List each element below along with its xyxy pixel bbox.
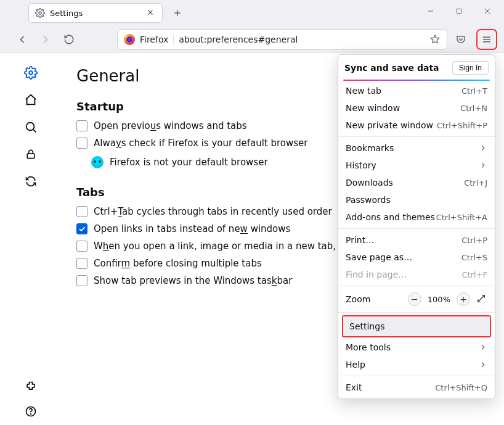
maximize-button[interactable] [445, 0, 473, 22]
label: Confirm before closing multiple tabs [94, 258, 262, 269]
menu-exit[interactable]: ExitCtrl+Shift+Q [338, 379, 495, 396]
label: Show tab previews in the Windows taskbar [94, 275, 292, 286]
menu-settings[interactable]: Settings [343, 316, 490, 336]
menu-zoom-row: Zoom − 100% + [338, 289, 495, 310]
menu-help[interactable]: Help [338, 356, 495, 373]
url-product: Firefox [140, 35, 168, 44]
svg-point-3 [26, 123, 35, 131]
label: Open previous windows and tabs [94, 120, 247, 131]
menu-downloads[interactable]: DownloadsCtrl+J [338, 174, 495, 191]
sync-title: Sync and save data [344, 63, 439, 73]
menu-bookmarks[interactable]: Bookmarks [338, 139, 495, 157]
checkbox-unchecked[interactable] [76, 258, 87, 269]
browser-tab[interactable]: Settings [28, 3, 163, 23]
nav-general-icon[interactable] [22, 64, 39, 81]
menu-separator [338, 312, 495, 313]
new-tab-button[interactable] [169, 4, 186, 22]
nav-rail [0, 53, 62, 425]
menu-history[interactable]: History [338, 157, 495, 174]
forward-button[interactable] [36, 30, 55, 49]
menu-sync-header: Sync and save data Sign In [338, 59, 495, 80]
label: Open links in tabs instead of new window… [94, 223, 290, 234]
menu-print[interactable]: Print…Ctrl+P [338, 231, 495, 249]
checkbox-unchecked[interactable] [76, 206, 87, 217]
label: Always check if Firefox is your default … [94, 138, 307, 149]
bookmark-star-icon[interactable] [429, 34, 441, 45]
menu-separator [338, 286, 495, 286]
sign-in-button[interactable]: Sign In [452, 61, 489, 75]
nav-sync-icon[interactable] [22, 173, 39, 190]
menu-new-tab[interactable]: New tabCtrl+T [338, 82, 495, 99]
close-window-button[interactable] [473, 0, 502, 22]
menu-passwords[interactable]: Passwords [338, 191, 495, 208]
firefox-logo-icon [124, 34, 135, 45]
not-default-text: Firefox is not your default browser [110, 157, 268, 168]
checkbox-unchecked[interactable] [76, 120, 87, 131]
checkbox-checked[interactable] [76, 223, 87, 234]
chevron-right-icon [479, 343, 487, 352]
toolbar: Firefox about:preferences#general [0, 26, 504, 53]
titlebar: Settings [0, 0, 504, 26]
tab-title: Settings [50, 9, 141, 18]
window-controls [417, 0, 502, 22]
checkbox-unchecked[interactable] [76, 275, 87, 286]
svg-rect-1 [457, 9, 461, 14]
nav-search-icon[interactable] [22, 118, 39, 136]
url-address: about:preferences#general [179, 35, 425, 44]
menu-more-tools[interactable]: More tools [338, 339, 495, 356]
nav-help-icon[interactable] [22, 403, 39, 420]
app-menu: Sync and save data Sign In New tabCtrl+T… [338, 54, 495, 399]
svg-point-0 [39, 12, 41, 14]
label: Ctrl+Tab cycles through tabs in recently… [94, 206, 332, 217]
chevron-right-icon [479, 144, 487, 152]
zoom-in-button[interactable]: + [457, 292, 470, 306]
menu-accent [343, 80, 490, 81]
zoom-out-button[interactable]: − [408, 292, 421, 306]
menu-settings-highlight: Settings [342, 315, 491, 337]
nav-home-icon[interactable] [22, 91, 39, 109]
menu-separator [338, 136, 495, 137]
nav-extensions-icon[interactable] [22, 378, 39, 395]
label: When you open a link, image or media in … [94, 241, 375, 252]
pocket-button[interactable] [451, 30, 471, 49]
menu-separator [338, 228, 495, 229]
url-separator [173, 34, 174, 45]
menu-addons[interactable]: Add-ons and themesCtrl+Shift+A [338, 208, 495, 226]
firefox-face-icon [91, 156, 104, 168]
menu-new-private-window[interactable]: New private windowCtrl+Shift+P [338, 117, 495, 134]
app-menu-button[interactable] [477, 30, 497, 49]
svg-point-6 [31, 414, 31, 415]
zoom-label: Zoom [346, 294, 370, 304]
svg-point-2 [29, 71, 33, 75]
gear-icon [35, 8, 45, 18]
reload-button[interactable] [59, 30, 79, 49]
zoom-value: 100% [428, 295, 450, 304]
minimize-button[interactable] [417, 0, 445, 22]
fullscreen-icon[interactable] [476, 294, 487, 305]
back-button[interactable] [12, 30, 32, 49]
nav-privacy-icon[interactable] [22, 146, 39, 163]
chevron-right-icon [479, 161, 487, 170]
checkbox-unchecked[interactable] [76, 241, 87, 252]
menu-separator [338, 376, 495, 376]
url-bar[interactable]: Firefox about:preferences#general [117, 29, 447, 50]
checkbox-unchecked[interactable] [76, 138, 87, 149]
menu-find[interactable]: Find in page…Ctrl+F [338, 266, 495, 283]
svg-rect-4 [27, 154, 35, 158]
menu-save-as[interactable]: Save page as…Ctrl+S [338, 249, 495, 266]
tab-close-icon[interactable] [146, 8, 156, 18]
menu-new-window[interactable]: New windowCtrl+N [338, 99, 495, 117]
chevron-right-icon [479, 360, 487, 369]
